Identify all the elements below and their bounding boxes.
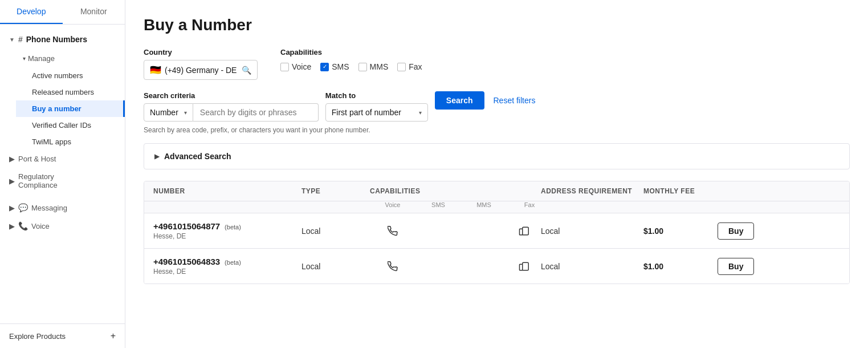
sub-sms: SMS — [415, 201, 461, 208]
capabilities-label: Capabilities — [280, 48, 422, 56]
messaging-icon: 💬 — [18, 203, 28, 212]
table-row: +4961015064877 (beta) Hesse, DE Local — [144, 213, 849, 249]
regulatory-label: Regulatory Compliance — [18, 172, 58, 189]
beta-badge-1: (beta) — [225, 224, 241, 230]
voice-label: Voice — [31, 222, 50, 230]
match-group: Match to First part of number ▾ — [325, 91, 428, 122]
port-host-label: Port & Host — [18, 155, 56, 163]
country-select[interactable]: 🇩🇪 (+49) Germany - DE 🔍 — [144, 60, 258, 80]
chevron-down-icon: ▾ — [419, 110, 422, 116]
mms-cap-label: MMS — [370, 62, 389, 71]
search-inputs: Number ▾ — [144, 103, 319, 122]
sidebar: Develop Monitor ▼ # Phone Numbers ▾ Mana… — [0, 0, 125, 348]
manage-label: Manage — [28, 54, 55, 63]
sidebar-phone-numbers[interactable]: ▼ # Phone Numbers — [0, 29, 125, 50]
regulatory-header[interactable]: ▶ Regulatory Compliance — [0, 168, 125, 194]
search-criteria-group: Search criteria Number ▾ — [144, 91, 319, 122]
advanced-search-section[interactable]: ▶ Advanced Search — [144, 143, 850, 169]
sms-cap-label: SMS — [332, 62, 349, 71]
fee-1: $1.00 — [643, 226, 718, 236]
search-icon: 🔍 — [242, 66, 251, 75]
reset-filters-link[interactable]: Reset filters — [491, 91, 538, 110]
tab-monitor[interactable]: Monitor — [63, 0, 125, 24]
sidebar-link-twiml-apps[interactable]: TwiML apps — [16, 133, 125, 150]
cap-sms: SMS — [320, 62, 349, 71]
beta-badge-2: (beta) — [225, 259, 241, 266]
voice-checkbox[interactable] — [280, 63, 289, 71]
match-selected-value: First part of number — [332, 108, 401, 117]
number-value-2: +4961015064833 (beta) — [153, 257, 301, 266]
messaging-header[interactable]: ▶ 💬 Messaging — [0, 199, 125, 217]
type-2: Local — [301, 262, 370, 271]
sms-checkbox[interactable] — [320, 63, 329, 71]
plus-icon[interactable]: + — [111, 331, 116, 341]
chevron-down-icon: ▾ — [23, 55, 26, 62]
buy-cell-1: Buy — [718, 222, 775, 240]
voice-cap-label: Voice — [292, 62, 311, 71]
country-label: Country — [144, 48, 258, 56]
chevron-down-icon: ▼ — [9, 37, 15, 43]
results-table: Number Type Capabilities Address Require… — [144, 181, 850, 284]
tab-develop[interactable]: Develop — [0, 0, 63, 24]
search-criteria-row: Search criteria Number ▾ Match to First … — [144, 91, 850, 122]
region-2: Hesse, DE — [153, 268, 301, 276]
match-label: Match to — [325, 91, 428, 100]
flag-icon: 🇩🇪 — [150, 64, 161, 75]
main-content: Buy a Number Country 🇩🇪 (+49) Germany - … — [125, 0, 868, 348]
mms-checkbox[interactable] — [358, 63, 367, 71]
col-capabilities: Capabilities — [370, 187, 541, 195]
hash-icon: # — [18, 35, 23, 44]
sidebar-link-verified-caller[interactable]: Verified Caller IDs — [16, 117, 125, 133]
page-title: Buy a Number — [144, 16, 850, 34]
table-header: Number Type Capabilities Address Require… — [144, 181, 849, 201]
top-row: Country 🇩🇪 (+49) Germany - DE 🔍 Capabili… — [144, 48, 850, 80]
buy-cell-2: Buy — [718, 258, 775, 275]
sidebar-link-buy-number[interactable]: Buy a number — [16, 100, 125, 117]
table-row: +4961015064833 (beta) Hesse, DE Local — [144, 249, 849, 284]
sidebar-link-released-numbers[interactable]: Released numbers — [16, 84, 125, 100]
chevron-right-icon: ▶ — [9, 155, 15, 163]
fax-checkbox[interactable] — [397, 63, 406, 71]
sidebar-footer: Explore Products + — [0, 323, 125, 348]
number-value-1: +4961015064877 (beta) — [153, 221, 301, 231]
voice-header[interactable]: ▶ 📞 Voice — [0, 217, 125, 235]
match-select[interactable]: First part of number ▾ — [325, 103, 428, 122]
manage-header[interactable]: ▾ Manage — [16, 50, 125, 67]
advanced-search-label: Advanced Search — [164, 152, 231, 161]
col-type: Type — [301, 187, 370, 195]
capabilities-row: Voice SMS MMS Fax — [280, 60, 422, 71]
chevron-down-icon: ▾ — [184, 110, 187, 116]
svg-rect-4 — [520, 264, 523, 270]
cap-mms: MMS — [358, 62, 389, 71]
address-1: Local — [541, 226, 643, 236]
number-cell-2: +4961015064833 (beta) Hesse, DE — [153, 257, 301, 276]
number-cell-1: +4961015064877 (beta) Hesse, DE — [153, 221, 301, 240]
address-2: Local — [541, 262, 643, 271]
chevron-right-icon: ▶ — [9, 204, 15, 212]
voice-cap-icon-2 — [370, 261, 415, 272]
sub-mms: MMS — [461, 201, 507, 208]
sidebar-phone-numbers-section: ▼ # Phone Numbers ▾ Manage Active number… — [0, 25, 125, 199]
buy-button-1[interactable]: Buy — [718, 222, 754, 240]
number-type-value: Number — [150, 108, 178, 117]
search-criteria-label: Search criteria — [144, 91, 319, 100]
chevron-right-icon: ▶ — [9, 222, 15, 230]
search-button[interactable]: Search — [435, 91, 484, 110]
phrase-input[interactable] — [193, 103, 319, 122]
chevron-right-icon: ▶ — [154, 152, 160, 160]
explore-products-label[interactable]: Explore Products — [9, 332, 66, 341]
capabilities-field-group: Capabilities Voice SMS MMS Fax — [280, 48, 422, 71]
sidebar-tabs: Develop Monitor — [0, 0, 125, 25]
fax-cap-icon-2 — [507, 261, 541, 272]
col-number: Number — [153, 187, 301, 195]
col-fee: Monthly fee — [643, 187, 718, 195]
port-host-header[interactable]: ▶ Port & Host — [0, 150, 125, 168]
number-type-select[interactable]: Number ▾ — [144, 103, 193, 122]
fax-cap-icon-1 — [507, 226, 541, 236]
country-field-group: Country 🇩🇪 (+49) Germany - DE 🔍 — [144, 48, 258, 80]
buy-button-2[interactable]: Buy — [718, 258, 754, 275]
number-text-2: +4961015064833 — [153, 257, 220, 266]
sidebar-link-active-numbers[interactable]: Active numbers — [16, 67, 125, 84]
fee-2: $1.00 — [643, 262, 718, 271]
hint-text: Search by area code, prefix, or characte… — [144, 126, 850, 134]
